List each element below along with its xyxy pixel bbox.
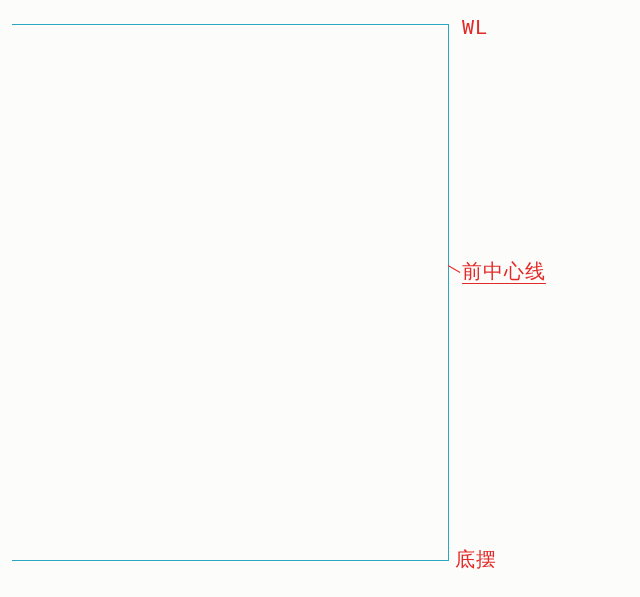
pattern-diagram: WL 前中心线 底摆	[0, 0, 640, 597]
hem-line	[12, 560, 448, 561]
label-hem: 底摆	[455, 548, 497, 570]
leader-front-center	[448, 265, 461, 273]
waist-line	[12, 24, 448, 25]
label-front-center: 前中心线	[462, 260, 546, 284]
label-wl: WL	[462, 16, 488, 38]
front-center-line	[448, 24, 449, 561]
